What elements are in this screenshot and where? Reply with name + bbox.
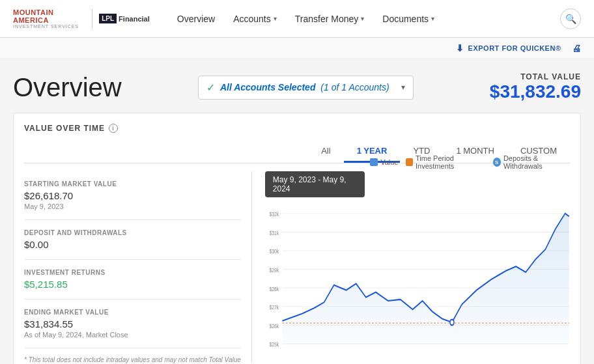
logo-divider: [92, 9, 92, 29]
documents-chevron-icon: ▾: [431, 15, 434, 22]
download-icon: ⬇: [456, 43, 464, 53]
stat-value-deposit: $0.00: [24, 239, 241, 250]
toolbar: ⬇ EXPORT FOR QUICKEN® 🖨: [0, 38, 594, 59]
check-icon: ✓: [206, 81, 215, 94]
mountain-america-logo: MOUNTAIN AMERICA INVESTMENT SERVICES: [13, 8, 79, 29]
print-button[interactable]: 🖨: [572, 43, 582, 53]
legend-deposits-label: Deposits & Withdrawals: [503, 154, 570, 170]
svg-text:$32k: $32k: [269, 210, 279, 218]
nav-transfer-label: Transfer Money: [295, 14, 359, 24]
svg-text:$29k: $29k: [269, 266, 279, 274]
legend-deposits: S Deposits & Withdrawals: [493, 154, 570, 170]
nav-overview[interactable]: Overview: [169, 8, 223, 29]
total-value-area: TOTAL VALUE $31,832.69: [490, 72, 581, 102]
svg-text:$25k: $25k: [269, 341, 279, 348]
chevron-down-icon: ▾: [401, 83, 405, 92]
legend-time-period-label: Time Period Investments: [416, 154, 485, 170]
chart-section: VALUE OVER TIME i All 1 YEAR YTD 1 MONTH…: [13, 113, 581, 364]
search-button[interactable]: 🔍: [560, 8, 581, 29]
account-selector-text: All Accounts Selected (1 of 1 Accounts): [220, 82, 389, 92]
search-icon: 🔍: [565, 14, 576, 24]
overview-header: Overview ✓ All Accounts Selected (1 of 1…: [13, 72, 581, 102]
stat-value-returns: $5,215.85: [24, 279, 241, 290]
legend-value-color: [370, 158, 378, 166]
page-title: Overview: [13, 73, 122, 102]
lpl-box: LPL: [99, 14, 117, 23]
logo-mountain-text: MOUNTAIN: [13, 8, 79, 16]
chart-svg: $32k $31k $30k $29k $28k $27k $26k $25k: [265, 208, 570, 351]
stat-date-starting: May 9, 2023: [24, 203, 241, 210]
print-icon: 🖨: [572, 43, 582, 53]
nav-transfer-money[interactable]: Transfer Money ▾: [287, 8, 373, 29]
svg-text:$28k: $28k: [269, 285, 279, 292]
stat-value-ending: $31,834.55: [24, 318, 241, 329]
stat-footnote: * This total does not include intraday v…: [24, 356, 241, 363]
export-label: EXPORT FOR QUICKEN®: [468, 44, 561, 52]
svg-marker-17: [282, 214, 569, 344]
main-content: Overview ✓ All Accounts Selected (1 of 1…: [0, 59, 594, 364]
svg-text:$31k: $31k: [269, 229, 279, 236]
nav-documents-label: Documents: [382, 14, 429, 24]
stat-label-returns: INVESTMENT RETURNS: [24, 269, 241, 276]
info-icon[interactable]: i: [109, 124, 118, 133]
nav-overview-label: Overview: [177, 14, 215, 24]
chart-legend: Value Time Period Investments S Deposits…: [370, 154, 570, 170]
nav-accounts[interactable]: Accounts ▾: [225, 8, 285, 29]
total-value-label: TOTAL VALUE: [490, 72, 581, 81]
legend-time-period-color: [406, 158, 413, 166]
lpl-logo: LPL Financial: [99, 14, 150, 23]
stat-starting-market-value: STARTING MARKET VALUE $26,618.70 May 9, …: [24, 171, 241, 220]
legend-value-label: Value: [380, 158, 398, 166]
date-range-badge: May 9, 2023 - May 9, 2024: [265, 171, 365, 197]
accounts-chevron-icon: ▾: [274, 15, 277, 22]
logo-invest-text: INVESTMENT SERVICES: [13, 24, 79, 29]
section-title: VALUE OVER TIME i: [24, 124, 570, 133]
stat-value-starting: $26,618.70: [24, 190, 241, 201]
logo-area: MOUNTAIN AMERICA INVESTMENT SERVICES LPL…: [13, 8, 150, 29]
lpl-financial-text: Financial: [119, 15, 150, 23]
tab-all[interactable]: All: [308, 141, 343, 163]
svg-text:$27k: $27k: [269, 303, 279, 311]
legend-time-period: Time Period Investments: [406, 154, 485, 170]
chart-right: May 9, 2023 - May 9, 2024 Value Time Per…: [265, 171, 570, 363]
legend-value: Value: [370, 158, 398, 166]
account-selector-dropdown[interactable]: ✓ All Accounts Selected (1 of 1 Accounts…: [198, 76, 414, 100]
header: MOUNTAIN AMERICA INVESTMENT SERVICES LPL…: [0, 0, 594, 38]
nav-menu: Overview Accounts ▾ Transfer Money ▾ Doc…: [169, 8, 560, 29]
chart-svg-container: $32k $31k $30k $29k $28k $27k $26k $25k: [265, 208, 570, 351]
stat-deposit-withdrawals: DEPOSIT AND WITHDRAWALS $0.00: [24, 220, 241, 260]
stat-label-ending: ENDING MARKET VALUE: [24, 309, 241, 316]
stat-ending-market-value: ENDING MARKET VALUE $31,834.55 As of May…: [24, 300, 241, 348]
transfer-chevron-icon: ▾: [361, 15, 364, 22]
svg-text:$26k: $26k: [269, 322, 279, 329]
svg-text:$30k: $30k: [269, 247, 279, 255]
stat-investment-returns: INVESTMENT RETURNS $5,215.85: [24, 260, 241, 300]
stat-label-starting: STARTING MARKET VALUE: [24, 180, 241, 188]
svg-point-18: [450, 320, 454, 326]
nav-accounts-label: Accounts: [233, 14, 271, 24]
stat-label-deposit: DEPOSIT AND WITHDRAWALS: [24, 229, 241, 236]
export-quicken-button[interactable]: ⬇ EXPORT FOR QUICKEN®: [456, 43, 561, 53]
stat-date-ending: As of May 9, 2024, Market Close: [24, 331, 241, 339]
nav-documents[interactable]: Documents ▾: [375, 8, 442, 29]
logo-america-text: AMERICA: [13, 16, 79, 24]
chart-stats: STARTING MARKET VALUE $26,618.70 May 9, …: [24, 171, 252, 363]
total-value-amount: $31,832.69: [490, 81, 581, 102]
section-title-text: VALUE OVER TIME: [24, 124, 105, 133]
chart-area: STARTING MARKET VALUE $26,618.70 May 9, …: [24, 171, 570, 363]
legend-deposits-icon: S: [493, 158, 501, 167]
